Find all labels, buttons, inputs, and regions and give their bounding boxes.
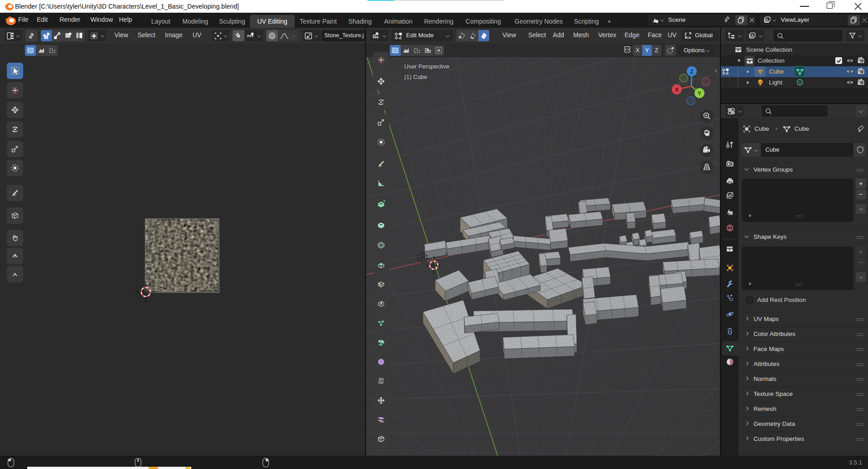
svg-text:Z: Z: [690, 69, 693, 75]
svg-text:X: X: [675, 87, 679, 93]
svg-text:Y: Y: [698, 90, 701, 97]
